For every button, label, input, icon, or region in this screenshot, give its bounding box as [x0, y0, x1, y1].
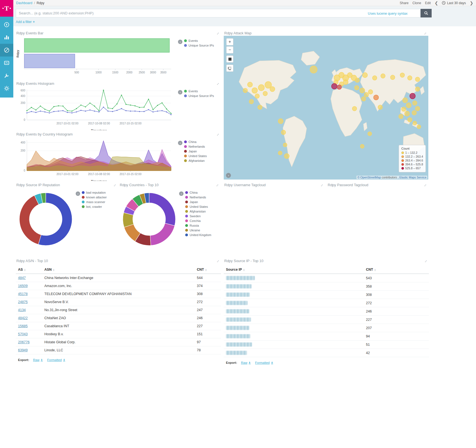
- data-point[interactable]: [116, 103, 118, 104]
- map-zoom-out-button[interactable]: −: [226, 46, 233, 53]
- data-point[interactable]: [26, 110, 27, 111]
- map-marker[interactable]: [373, 76, 377, 80]
- data-point[interactable]: [166, 108, 167, 109]
- add-filter-button[interactable]: Add a filter+: [16, 20, 35, 24]
- data-point[interactable]: [162, 102, 163, 103]
- map-marker[interactable]: [368, 132, 372, 136]
- data-point[interactable]: [157, 111, 158, 112]
- breadcrumb-dashboard-link[interactable]: Dashboard: [16, 1, 32, 5]
- map-marker[interactable]: [270, 86, 275, 91]
- legend-item[interactable]: Sweden: [185, 214, 212, 218]
- data-point[interactable]: [54, 106, 55, 107]
- as-number-link[interactable]: 63949: [18, 348, 28, 352]
- legend-item[interactable]: bad reputation: [82, 191, 109, 194]
- data-point[interactable]: [148, 109, 149, 110]
- data-point[interactable]: [108, 111, 109, 112]
- data-point[interactable]: [85, 106, 86, 107]
- map-marker[interactable]: [413, 101, 417, 105]
- map-marker[interactable]: [412, 111, 416, 115]
- legend-item[interactable]: Japan: [185, 200, 212, 204]
- map-marker[interactable]: [255, 94, 259, 98]
- map-marker[interactable]: [404, 111, 409, 116]
- data-point[interactable]: [58, 111, 59, 112]
- expand-panel-icon[interactable]: ↔: [215, 81, 220, 86]
- map-zoom-in-button[interactable]: +: [226, 38, 233, 45]
- data-point[interactable]: [139, 107, 140, 108]
- expand-panel-icon[interactable]: ↔: [215, 131, 220, 137]
- data-point[interactable]: [130, 104, 131, 106]
- time-back-button[interactable]: ❮: [435, 1, 438, 5]
- map-marker[interactable]: [363, 73, 368, 78]
- legend-toggle-icon[interactable]: ›: [76, 191, 80, 196]
- data-point[interactable]: [44, 111, 45, 112]
- legend-item[interactable]: United States: [184, 154, 216, 158]
- data-point[interactable]: [49, 111, 50, 112]
- legend-item[interactable]: Unique Source IPs: [184, 44, 216, 47]
- map-marker[interactable]: [364, 93, 369, 97]
- data-point[interactable]: [98, 111, 100, 112]
- data-point[interactable]: [144, 111, 145, 112]
- export-formatted-link[interactable]: Formatted: [47, 358, 65, 362]
- data-point[interactable]: [121, 95, 122, 96]
- data-point[interactable]: [134, 105, 136, 106]
- sidebar-item-devtools[interactable]: [0, 69, 13, 82]
- map-marker[interactable]: [355, 85, 359, 90]
- data-point[interactable]: [31, 111, 32, 112]
- telekom-logo[interactable]: T: [0, 0, 13, 17]
- data-point[interactable]: [40, 111, 41, 112]
- data-point[interactable]: [49, 112, 50, 113]
- data-point[interactable]: [157, 105, 158, 106]
- data-point[interactable]: [90, 103, 91, 104]
- map-marker[interactable]: [378, 105, 382, 109]
- map-marker[interactable]: [332, 83, 337, 89]
- data-point[interactable]: [58, 105, 59, 106]
- bar-Events[interactable]: [24, 39, 169, 52]
- share-button[interactable]: Share: [400, 1, 409, 5]
- legend-toggle-icon[interactable]: ›: [178, 141, 182, 145]
- map-marker[interactable]: [362, 97, 366, 101]
- map-marker[interactable]: [278, 119, 283, 124]
- legend-item[interactable]: Russia: [185, 224, 212, 227]
- export-raw-link[interactable]: Raw: [241, 361, 251, 364]
- as-number-link[interactable]: 4847: [18, 276, 26, 280]
- donut-slice-Netherlands[interactable]: [150, 223, 175, 245]
- data-point[interactable]: [80, 104, 82, 106]
- data-point[interactable]: [44, 109, 45, 110]
- data-point[interactable]: [126, 104, 127, 105]
- data-point[interactable]: [121, 108, 122, 109]
- data-point[interactable]: [139, 111, 140, 112]
- expand-panel-icon[interactable]: ↔: [215, 30, 220, 36]
- expand-panel-icon[interactable]: ↔: [214, 182, 220, 188]
- column-header-ASN[interactable]: ASN▲▼: [42, 266, 195, 274]
- map-marker[interactable]: [400, 73, 404, 77]
- map-marker[interactable]: [410, 93, 415, 99]
- map-marker[interactable]: [355, 78, 360, 82]
- legend-item[interactable]: Netherlands: [185, 196, 212, 199]
- map-draw-filter-button[interactable]: [226, 65, 233, 72]
- data-point[interactable]: [144, 107, 145, 108]
- column-header-CNT[interactable]: CNT▲▼: [195, 266, 221, 274]
- data-point[interactable]: [72, 112, 73, 113]
- map-marker[interactable]: [415, 106, 420, 111]
- legend-item[interactable]: United States: [185, 205, 212, 208]
- map-marker[interactable]: [399, 114, 403, 119]
- legend-item[interactable]: United Kingdom: [185, 233, 212, 237]
- legend-item[interactable]: bot, crawler: [82, 205, 109, 208]
- data-point[interactable]: [98, 110, 100, 111]
- as-number-link[interactable]: 48422: [18, 316, 28, 320]
- map-marker[interactable]: [417, 125, 421, 129]
- legend-item[interactable]: Unique Source IPs: [184, 94, 216, 98]
- sidebar-item-timelion[interactable]: [0, 57, 13, 69]
- legend-toggle-icon[interactable]: ›: [179, 191, 184, 196]
- data-point[interactable]: [54, 111, 55, 112]
- as-number-link[interactable]: 45178: [18, 292, 28, 296]
- data-point[interactable]: [85, 111, 86, 112]
- donut-slice-China[interactable]: [149, 193, 175, 226]
- data-point[interactable]: [134, 111, 136, 112]
- map-marker[interactable]: [258, 85, 264, 91]
- legend-item[interactable]: Netherlands: [184, 145, 216, 148]
- expand-panel-icon[interactable]: ↔: [112, 182, 117, 188]
- time-forward-button[interactable]: ❯: [470, 1, 473, 5]
- map-marker[interactable]: [360, 144, 364, 148]
- as-number-link[interactable]: 15685: [18, 324, 28, 328]
